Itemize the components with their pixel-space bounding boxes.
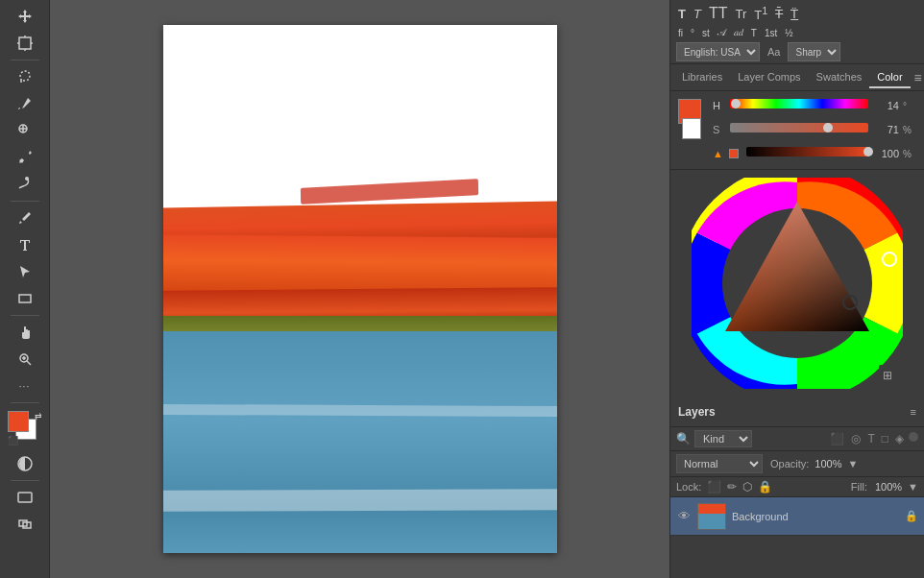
color-preview[interactable] bbox=[678, 99, 705, 149]
typo-small-caps-icon[interactable]: Tr bbox=[733, 6, 748, 22]
layers-filter-select[interactable]: Kind bbox=[694, 430, 752, 447]
left-toolbar: ··· ⇄ ⬛ bbox=[0, 0, 50, 578]
typo-titling-icon[interactable]: 𝑎𝑑 bbox=[732, 26, 745, 39]
typo-large-icon[interactable]: TT bbox=[707, 4, 730, 23]
typo-ligature-icon[interactable]: ﬁ bbox=[676, 27, 685, 39]
fill-arrow[interactable]: ▼ bbox=[908, 481, 918, 493]
opacity-arrow[interactable]: ▼ bbox=[848, 458, 859, 470]
eyedropper-tool[interactable] bbox=[12, 145, 37, 170]
brightness-unit: % bbox=[903, 149, 916, 159]
pen-tool[interactable] bbox=[12, 205, 37, 230]
hue-slider-thumb[interactable] bbox=[731, 99, 741, 108]
artboard-nav-tool[interactable] bbox=[12, 512, 37, 537]
out-of-gamut-color[interactable] bbox=[729, 149, 739, 158]
lock-pixels-icon[interactable]: ⬛ bbox=[707, 480, 721, 494]
filter-shape-icon[interactable]: □ bbox=[880, 431, 890, 446]
panel-tab-menu-icon[interactable]: ≡ bbox=[911, 68, 924, 87]
filter-pixel-icon[interactable]: ⬛ bbox=[828, 431, 846, 446]
brightness-slider-track[interactable] bbox=[746, 147, 868, 157]
typo-bold-icon[interactable]: T bbox=[676, 6, 688, 22]
language-select[interactable]: English: USA bbox=[676, 42, 760, 61]
brush-tool[interactable] bbox=[12, 91, 37, 116]
move-tool[interactable] bbox=[12, 4, 37, 29]
color-section: H 14 ° S bbox=[670, 91, 924, 170]
swap-colors-icon[interactable]: ⇄ bbox=[35, 411, 42, 421]
canvas-image bbox=[163, 25, 557, 553]
filter-smartobj-icon[interactable]: ◈ bbox=[893, 431, 906, 446]
type-tool[interactable] bbox=[12, 232, 37, 257]
saturation-slider-track[interactable] bbox=[730, 123, 868, 132]
hue-unit: ° bbox=[903, 101, 916, 111]
antialiasing-select[interactable]: Sharp bbox=[788, 42, 840, 61]
panel-tabs: Libraries Layer Comps Swatches Color ≡ bbox=[670, 64, 924, 91]
lock-all-icon[interactable]: 🔒 bbox=[758, 480, 772, 494]
search-icon: 🔍 bbox=[676, 432, 691, 446]
layer-visibility-icon[interactable]: 👁 bbox=[676, 509, 692, 523]
fill-value: 100% bbox=[875, 481, 902, 493]
layer-thumb-svg bbox=[698, 504, 726, 530]
typo-ordinal-icon[interactable]: st bbox=[700, 27, 712, 39]
hue-row: H 14 ° bbox=[713, 99, 916, 112]
color-chips: ⇄ ⬛ bbox=[8, 411, 42, 446]
tab-layer-comps[interactable]: Layer Comps bbox=[730, 67, 808, 88]
saturation-slider-thumb[interactable] bbox=[823, 123, 833, 132]
rectangle-tool[interactable] bbox=[12, 286, 37, 311]
typo-swash-icon[interactable]: 𝒜 bbox=[716, 26, 728, 39]
more-tools[interactable]: ··· bbox=[12, 373, 37, 398]
typo-strikethrough-icon[interactable]: T̄ bbox=[773, 6, 785, 22]
quick-mask-tool[interactable] bbox=[12, 451, 37, 476]
svg-line-12 bbox=[27, 361, 31, 365]
smudge-tool[interactable] bbox=[12, 172, 37, 197]
expand-icon-text[interactable]: ⊞ bbox=[883, 369, 892, 382]
paint-blue-line2 bbox=[163, 489, 557, 511]
background-color-preview[interactable] bbox=[682, 118, 701, 139]
direct-select-tool[interactable] bbox=[12, 259, 37, 284]
filter-type-icon[interactable]: T bbox=[865, 431, 876, 446]
saturation-unit: % bbox=[903, 125, 916, 135]
typo-superscript-icon[interactable]: T1 bbox=[752, 4, 769, 23]
zoom-tool[interactable] bbox=[12, 347, 37, 372]
clone-tool[interactable] bbox=[12, 118, 37, 143]
color-wheel-container: ⊞ bbox=[670, 170, 924, 397]
screen-mode-tool[interactable] bbox=[12, 485, 37, 510]
typo-degree-icon[interactable]: ° bbox=[689, 27, 696, 39]
svg-rect-23 bbox=[698, 504, 726, 514]
hue-slider-track[interactable] bbox=[730, 99, 868, 108]
layers-header: Layers ≡ bbox=[670, 397, 924, 427]
artboard-tool[interactable] bbox=[12, 31, 37, 56]
svg-rect-16 bbox=[18, 493, 32, 502]
tab-color[interactable]: Color bbox=[869, 67, 910, 88]
typo-frac-icon[interactable]: ½ bbox=[783, 27, 794, 39]
fill-label: Fill: bbox=[851, 481, 867, 493]
foreground-color-chip[interactable] bbox=[8, 411, 29, 432]
typo-italic-icon[interactable]: T bbox=[692, 6, 703, 22]
brightness-row: ▲ 100 % bbox=[713, 147, 916, 160]
layer-thumbnail bbox=[697, 503, 726, 530]
color-wheel-svg: ⊞ bbox=[692, 178, 903, 389]
right-panel: T T TT Tr T1 T̄ T̈ ﬁ ° st 𝒜 𝑎𝑑 T 1st ½ E… bbox=[669, 0, 924, 578]
default-colors-icon[interactable]: ⬛ bbox=[8, 436, 18, 446]
lasso-tool[interactable] bbox=[12, 64, 37, 89]
blend-mode-select[interactable]: Normal bbox=[676, 454, 763, 473]
typo-underline-icon[interactable]: T̈ bbox=[789, 6, 800, 22]
lock-artboards-icon[interactable]: ⬡ bbox=[742, 480, 752, 494]
layers-filter-bar: 🔍 Kind ⬛ ◎ T □ ◈ bbox=[670, 427, 924, 451]
brightness-value: 100 bbox=[872, 148, 899, 159]
typo-ornament-icon[interactable]: T bbox=[749, 27, 759, 39]
brightness-slider-thumb[interactable] bbox=[863, 147, 873, 157]
layer-item[interactable]: 👁 Background 🔒 bbox=[670, 497, 924, 536]
saturation-value: 71 bbox=[872, 124, 899, 135]
hue-slider-container bbox=[730, 99, 868, 112]
layers-menu-icon[interactable]: ≡ bbox=[911, 406, 916, 418]
gamut-warning-icon: ▲ bbox=[713, 148, 723, 159]
typo-fraction-icon[interactable]: 1st bbox=[763, 27, 779, 39]
hand-tool[interactable] bbox=[12, 320, 37, 345]
lock-label: Lock: bbox=[676, 481, 701, 493]
lock-position-icon[interactable]: ✏ bbox=[727, 480, 737, 494]
tab-swatches[interactable]: Swatches bbox=[809, 67, 870, 88]
filter-active-icon[interactable] bbox=[909, 432, 918, 442]
filter-adjustment-icon[interactable]: ◎ bbox=[849, 431, 863, 446]
paint-blue-line1 bbox=[163, 404, 557, 417]
tab-libraries[interactable]: Libraries bbox=[674, 67, 730, 88]
color-wheel[interactable]: ⊞ bbox=[692, 178, 903, 389]
